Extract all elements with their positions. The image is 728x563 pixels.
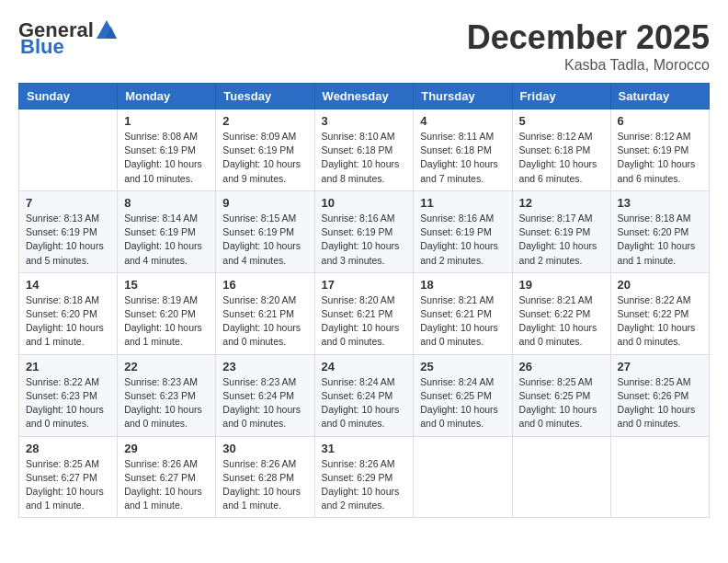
day-info: Sunrise: 8:20 AM Sunset: 6:21 PM Dayligh…: [322, 293, 407, 350]
day-info: Sunrise: 8:11 AM Sunset: 6:18 PM Dayligh…: [420, 130, 505, 186]
day-info: Sunrise: 8:12 AM Sunset: 6:19 PM Dayligh…: [618, 130, 702, 186]
day-info: Sunrise: 8:26 AM Sunset: 6:28 PM Dayligh…: [222, 457, 307, 513]
day-number: 1: [124, 114, 209, 128]
day-info: Sunrise: 8:13 AM Sunset: 6:19 PM Dayligh…: [26, 212, 110, 268]
day-info: Sunrise: 8:25 AM Sunset: 6:26 PM Dayligh…: [618, 375, 702, 431]
calendar-cell: [610, 436, 709, 518]
calendar-week-row: 1Sunrise: 8:08 AM Sunset: 6:19 PM Daylig…: [19, 109, 710, 191]
calendar-cell: 28Sunrise: 8:25 AM Sunset: 6:27 PM Dayli…: [19, 436, 118, 518]
day-number: 22: [124, 360, 209, 373]
day-number: 24: [322, 360, 407, 373]
calendar-cell: [19, 109, 118, 191]
day-info: Sunrise: 8:23 AM Sunset: 6:23 PM Dayligh…: [124, 375, 209, 431]
day-number: 29: [124, 442, 209, 455]
col-header-tuesday: Tuesday: [216, 84, 314, 109]
day-info: Sunrise: 8:22 AM Sunset: 6:23 PM Dayligh…: [26, 375, 110, 431]
calendar-cell: 4Sunrise: 8:11 AM Sunset: 6:18 PM Daylig…: [414, 109, 512, 191]
day-number: 18: [420, 278, 505, 292]
day-info: Sunrise: 8:21 AM Sunset: 6:21 PM Dayligh…: [420, 293, 505, 350]
day-number: 11: [420, 196, 505, 210]
day-info: Sunrise: 8:22 AM Sunset: 6:22 PM Dayligh…: [618, 293, 702, 350]
day-number: 27: [618, 360, 702, 373]
day-number: 21: [26, 360, 110, 373]
calendar-cell: 17Sunrise: 8:20 AM Sunset: 6:21 PM Dayli…: [314, 272, 414, 354]
day-info: Sunrise: 8:26 AM Sunset: 6:29 PM Dayligh…: [322, 457, 407, 513]
day-number: 30: [222, 442, 307, 455]
calendar-cell: 5Sunrise: 8:12 AM Sunset: 6:18 PM Daylig…: [512, 109, 610, 191]
calendar-cell: 27Sunrise: 8:25 AM Sunset: 6:26 PM Dayli…: [610, 354, 709, 436]
calendar-week-row: 28Sunrise: 8:25 AM Sunset: 6:27 PM Dayli…: [19, 436, 710, 518]
day-number: 5: [519, 114, 604, 128]
calendar-cell: 29Sunrise: 8:26 AM Sunset: 6:27 PM Dayli…: [118, 436, 216, 518]
day-number: 4: [420, 114, 505, 128]
day-info: Sunrise: 8:20 AM Sunset: 6:21 PM Dayligh…: [222, 293, 307, 350]
day-number: 13: [618, 196, 702, 210]
day-info: Sunrise: 8:24 AM Sunset: 6:25 PM Dayligh…: [420, 375, 505, 431]
col-header-monday: Monday: [118, 84, 216, 109]
calendar-week-row: 21Sunrise: 8:22 AM Sunset: 6:23 PM Dayli…: [19, 354, 710, 436]
calendar-cell: 31Sunrise: 8:26 AM Sunset: 6:29 PM Dayli…: [314, 436, 414, 518]
calendar-header-row: SundayMondayTuesdayWednesdayThursdayFrid…: [19, 84, 710, 109]
calendar-cell: 2Sunrise: 8:09 AM Sunset: 6:19 PM Daylig…: [216, 109, 314, 191]
calendar-cell: 20Sunrise: 8:22 AM Sunset: 6:22 PM Dayli…: [610, 272, 709, 354]
logo-blue: Blue: [20, 35, 64, 59]
calendar-cell: 24Sunrise: 8:24 AM Sunset: 6:24 PM Dayli…: [314, 354, 414, 436]
calendar-cell: [512, 436, 610, 518]
day-number: 8: [124, 196, 209, 210]
day-info: Sunrise: 8:08 AM Sunset: 6:19 PM Dayligh…: [124, 130, 209, 186]
day-number: 6: [618, 114, 702, 128]
calendar-cell: 13Sunrise: 8:18 AM Sunset: 6:20 PM Dayli…: [610, 190, 709, 272]
day-info: Sunrise: 8:16 AM Sunset: 6:19 PM Dayligh…: [322, 212, 407, 268]
day-number: 20: [618, 278, 702, 292]
day-number: 9: [222, 196, 307, 210]
logo-icon: [95, 18, 119, 42]
day-info: Sunrise: 8:25 AM Sunset: 6:25 PM Dayligh…: [519, 375, 604, 431]
calendar-cell: 15Sunrise: 8:19 AM Sunset: 6:20 PM Dayli…: [118, 272, 216, 354]
calendar-table: SundayMondayTuesdayWednesdayThursdayFrid…: [18, 83, 710, 518]
calendar-cell: 22Sunrise: 8:23 AM Sunset: 6:23 PM Dayli…: [118, 354, 216, 436]
col-header-saturday: Saturday: [610, 84, 709, 109]
day-info: Sunrise: 8:18 AM Sunset: 6:20 PM Dayligh…: [618, 212, 702, 268]
title-block: December 2025 Kasba Tadla, Morocco: [467, 18, 710, 74]
calendar-cell: 25Sunrise: 8:24 AM Sunset: 6:25 PM Dayli…: [414, 354, 512, 436]
calendar-week-row: 7Sunrise: 8:13 AM Sunset: 6:19 PM Daylig…: [19, 190, 710, 272]
month-title: December 2025: [467, 18, 710, 57]
day-info: Sunrise: 8:19 AM Sunset: 6:20 PM Dayligh…: [124, 293, 209, 350]
calendar-cell: 12Sunrise: 8:17 AM Sunset: 6:19 PM Dayli…: [512, 190, 610, 272]
day-number: 25: [420, 360, 505, 373]
day-info: Sunrise: 8:25 AM Sunset: 6:27 PM Dayligh…: [26, 457, 110, 513]
day-number: 31: [322, 442, 407, 455]
calendar-cell: 18Sunrise: 8:21 AM Sunset: 6:21 PM Dayli…: [414, 272, 512, 354]
col-header-friday: Friday: [512, 84, 610, 109]
day-info: Sunrise: 8:10 AM Sunset: 6:18 PM Dayligh…: [322, 130, 407, 186]
col-header-sunday: Sunday: [19, 84, 118, 109]
day-info: Sunrise: 8:09 AM Sunset: 6:19 PM Dayligh…: [222, 130, 307, 186]
day-number: 7: [26, 196, 110, 210]
calendar-cell: 16Sunrise: 8:20 AM Sunset: 6:21 PM Dayli…: [216, 272, 314, 354]
calendar-cell: 8Sunrise: 8:14 AM Sunset: 6:19 PM Daylig…: [118, 190, 216, 272]
col-header-thursday: Thursday: [414, 84, 512, 109]
day-info: Sunrise: 8:14 AM Sunset: 6:19 PM Dayligh…: [124, 212, 209, 268]
day-number: 10: [322, 196, 407, 210]
day-number: 14: [26, 278, 110, 292]
calendar-cell: 11Sunrise: 8:16 AM Sunset: 6:19 PM Dayli…: [414, 190, 512, 272]
day-number: 26: [519, 360, 604, 373]
calendar-cell: 6Sunrise: 8:12 AM Sunset: 6:19 PM Daylig…: [610, 109, 709, 191]
page-header: General Blue December 2025 Kasba Tadla, …: [18, 18, 710, 74]
day-number: 3: [322, 114, 407, 128]
calendar-cell: 9Sunrise: 8:15 AM Sunset: 6:19 PM Daylig…: [216, 190, 314, 272]
day-number: 12: [519, 196, 604, 210]
day-info: Sunrise: 8:17 AM Sunset: 6:19 PM Dayligh…: [519, 212, 604, 268]
day-info: Sunrise: 8:26 AM Sunset: 6:27 PM Dayligh…: [124, 457, 209, 513]
calendar-cell: 3Sunrise: 8:10 AM Sunset: 6:18 PM Daylig…: [314, 109, 414, 191]
logo: General Blue: [18, 18, 119, 59]
calendar-cell: 23Sunrise: 8:23 AM Sunset: 6:24 PM Dayli…: [216, 354, 314, 436]
day-number: 19: [519, 278, 604, 292]
day-info: Sunrise: 8:18 AM Sunset: 6:20 PM Dayligh…: [26, 293, 110, 350]
calendar-cell: 14Sunrise: 8:18 AM Sunset: 6:20 PM Dayli…: [19, 272, 118, 354]
day-info: Sunrise: 8:15 AM Sunset: 6:19 PM Dayligh…: [222, 212, 307, 268]
day-number: 17: [322, 278, 407, 292]
calendar-cell: [414, 436, 512, 518]
day-info: Sunrise: 8:24 AM Sunset: 6:24 PM Dayligh…: [322, 375, 407, 431]
day-info: Sunrise: 8:23 AM Sunset: 6:24 PM Dayligh…: [222, 375, 307, 431]
